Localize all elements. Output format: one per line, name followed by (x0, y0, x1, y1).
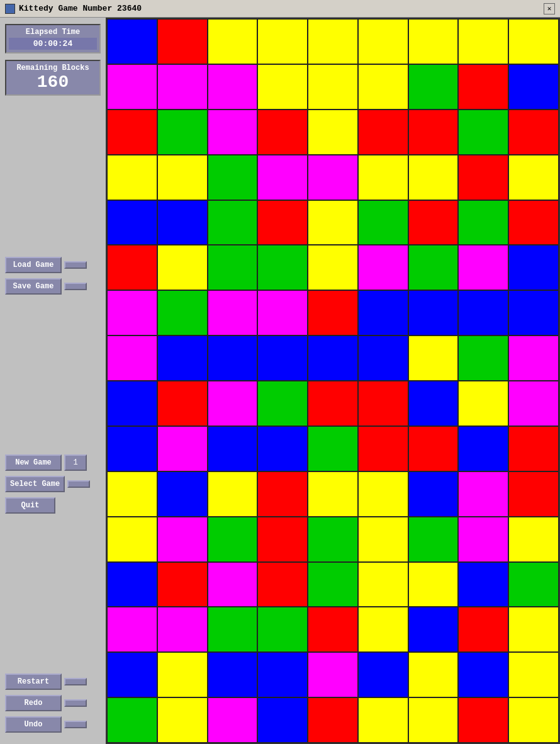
grid-cell[interactable] (508, 607, 559, 652)
grid-cell[interactable] (208, 562, 258, 607)
grid-cell[interactable] (107, 155, 157, 200)
grid-cell[interactable] (308, 471, 358, 517)
grid-cell[interactable] (308, 652, 358, 697)
grid-cell[interactable] (107, 471, 157, 517)
undo-button[interactable]: Undo (5, 716, 62, 733)
grid-cell[interactable] (358, 155, 408, 200)
grid-cell[interactable] (107, 64, 157, 110)
grid-cell[interactable] (257, 697, 308, 743)
grid-cell[interactable] (458, 471, 508, 517)
grid-cell[interactable] (308, 562, 358, 607)
grid-cell[interactable] (458, 64, 508, 110)
grid-cell[interactable] (408, 426, 459, 471)
grid-cell[interactable] (408, 381, 459, 426)
save-game-button[interactable]: Save Game (5, 278, 62, 295)
grid-cell[interactable] (208, 110, 258, 155)
grid-cell[interactable] (308, 110, 358, 155)
load-game-extra-button[interactable] (64, 261, 87, 269)
grid-cell[interactable] (358, 245, 408, 290)
grid-cell[interactable] (508, 64, 559, 110)
grid-cell[interactable] (458, 290, 508, 335)
grid-cell[interactable] (257, 562, 308, 607)
grid-cell[interactable] (358, 381, 408, 426)
grid-cell[interactable] (508, 110, 559, 155)
grid-cell[interactable] (208, 426, 258, 471)
grid-cell[interactable] (208, 200, 258, 245)
grid-cell[interactable] (107, 290, 157, 335)
grid-cell[interactable] (257, 245, 308, 290)
grid-cell[interactable] (157, 245, 208, 290)
close-button[interactable]: ✕ (544, 3, 555, 14)
quit-button[interactable]: Quit (5, 497, 55, 514)
undo-extra-button[interactable] (64, 721, 87, 728)
grid-cell[interactable] (257, 64, 308, 110)
grid-cell[interactable] (157, 335, 208, 381)
grid-cell[interactable] (458, 110, 508, 155)
grid-cell[interactable] (508, 652, 559, 697)
grid-cell[interactable] (157, 381, 208, 426)
grid-cell[interactable] (358, 607, 408, 652)
grid-cell[interactable] (157, 426, 208, 471)
grid-cell[interactable] (308, 64, 358, 110)
grid-cell[interactable] (308, 19, 358, 64)
grid-cell[interactable] (508, 19, 559, 64)
grid-cell[interactable] (107, 426, 157, 471)
grid-cell[interactable] (508, 562, 559, 607)
grid-cell[interactable] (157, 290, 208, 335)
select-game-button[interactable]: Select Game (5, 476, 65, 492)
grid-cell[interactable] (408, 19, 459, 64)
grid-cell[interactable] (157, 471, 208, 517)
grid-cell[interactable] (208, 607, 258, 652)
grid-cell[interactable] (508, 335, 559, 381)
grid-cell[interactable] (208, 381, 258, 426)
grid-cell[interactable] (257, 290, 308, 335)
grid-cell[interactable] (408, 471, 459, 517)
grid-cell[interactable] (107, 335, 157, 381)
grid-cell[interactable] (308, 697, 358, 743)
grid-cell[interactable] (157, 697, 208, 743)
grid-cell[interactable] (358, 290, 408, 335)
grid-cell[interactable] (257, 110, 308, 155)
grid-cell[interactable] (458, 607, 508, 652)
grid-cell[interactable] (508, 290, 559, 335)
grid-cell[interactable] (107, 245, 157, 290)
grid-cell[interactable] (458, 381, 508, 426)
grid-cell[interactable] (208, 19, 258, 64)
restart-button[interactable]: Restart (5, 674, 62, 690)
grid-cell[interactable] (107, 19, 157, 64)
grid-cell[interactable] (408, 562, 459, 607)
grid-cell[interactable] (408, 607, 459, 652)
grid-cell[interactable] (208, 155, 258, 200)
grid-cell[interactable] (408, 200, 459, 245)
grid-cell[interactable] (257, 335, 308, 381)
grid-cell[interactable] (308, 290, 358, 335)
restart-extra-button[interactable] (64, 678, 87, 685)
grid-cell[interactable] (358, 517, 408, 562)
grid-cell[interactable] (408, 517, 459, 562)
grid-cell[interactable] (308, 517, 358, 562)
grid-cell[interactable] (308, 155, 358, 200)
grid-cell[interactable] (408, 110, 459, 155)
grid-cell[interactable] (208, 64, 258, 110)
grid-cell[interactable] (508, 517, 559, 562)
grid-cell[interactable] (157, 110, 208, 155)
grid-cell[interactable] (458, 155, 508, 200)
grid-cell[interactable] (458, 426, 508, 471)
grid-cell[interactable] (107, 607, 157, 652)
grid-cell[interactable] (358, 110, 408, 155)
grid-cell[interactable] (358, 19, 408, 64)
grid-cell[interactable] (458, 517, 508, 562)
grid-cell[interactable] (107, 110, 157, 155)
grid-cell[interactable] (408, 335, 459, 381)
grid-cell[interactable] (257, 652, 308, 697)
grid-cell[interactable] (508, 471, 559, 517)
grid-cell[interactable] (308, 607, 358, 652)
grid-cell[interactable] (408, 652, 459, 697)
grid-cell[interactable] (358, 471, 408, 517)
redo-extra-button[interactable] (64, 699, 87, 707)
grid-cell[interactable] (157, 200, 208, 245)
grid-cell[interactable] (408, 64, 459, 110)
grid-cell[interactable] (157, 652, 208, 697)
grid-cell[interactable] (208, 290, 258, 335)
grid-cell[interactable] (208, 245, 258, 290)
